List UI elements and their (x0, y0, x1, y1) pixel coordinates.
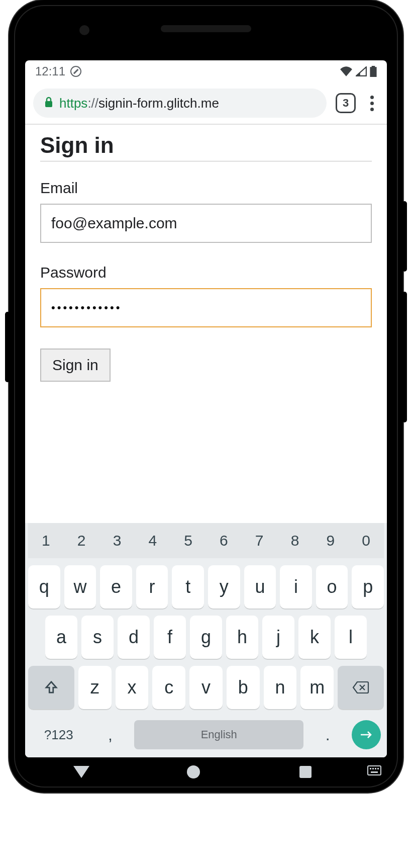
key-7[interactable]: 7 (242, 523, 277, 558)
password-label: Password (40, 264, 372, 281)
soft-keyboard: 1 2 3 4 5 6 7 8 9 0 q w e r t y u i o (25, 523, 387, 757)
overflow-menu-button[interactable] (365, 96, 379, 111)
url-scheme: https (59, 96, 87, 111)
key-p[interactable]: p (352, 565, 384, 609)
key-k[interactable]: k (298, 616, 331, 659)
svg-rect-3 (368, 766, 381, 775)
status-bar: 12:11 (25, 60, 387, 82)
phone-side-button (402, 201, 407, 272)
email-field[interactable] (40, 204, 372, 243)
wifi-icon (340, 66, 353, 76)
phone-side-button (5, 312, 10, 382)
address-bar[interactable]: https://signin-form.glitch.me (33, 89, 327, 118)
key-8[interactable]: 8 (277, 523, 313, 558)
status-time: 12:11 (35, 64, 65, 78)
comma-key[interactable]: , (91, 717, 130, 752)
key-l[interactable]: l (335, 616, 367, 659)
svg-rect-4 (370, 768, 371, 769)
tab-switcher-button[interactable]: 3 (336, 93, 356, 113)
key-j[interactable]: j (262, 616, 294, 659)
key-b[interactable]: b (227, 666, 260, 709)
nav-back-button[interactable] (73, 766, 89, 778)
key-f[interactable]: f (154, 616, 186, 659)
key-e[interactable]: e (100, 565, 132, 609)
key-d[interactable]: d (118, 616, 150, 659)
key-w[interactable]: w (64, 565, 96, 609)
battery-icon (370, 66, 377, 77)
key-h[interactable]: h (226, 616, 258, 659)
key-2[interactable]: 2 (64, 523, 99, 558)
key-u[interactable]: u (244, 565, 276, 609)
svg-rect-2 (45, 101, 52, 107)
do-not-disturb-icon (70, 66, 81, 77)
key-6[interactable]: 6 (206, 523, 242, 558)
key-i[interactable]: i (280, 565, 312, 609)
key-z[interactable]: z (78, 666, 112, 709)
cellular-icon (356, 66, 367, 76)
sign-in-button[interactable]: Sign in (40, 349, 111, 382)
url-separator: :// (87, 96, 98, 111)
key-9[interactable]: 9 (313, 523, 348, 558)
url-host: signin-form.glitch.me (98, 96, 219, 111)
nav-home-button[interactable] (187, 765, 200, 778)
svg-rect-7 (377, 768, 379, 769)
key-x[interactable]: x (116, 666, 149, 709)
page-title: Sign in (40, 133, 372, 161)
key-o[interactable]: o (316, 565, 348, 609)
key-n[interactable]: n (264, 666, 297, 709)
password-field[interactable]: •••••••••••• (40, 288, 372, 327)
shift-key[interactable] (28, 666, 74, 709)
key-t[interactable]: t (172, 565, 204, 609)
phone-camera (79, 25, 89, 35)
tab-count: 3 (343, 97, 349, 110)
key-g[interactable]: g (190, 616, 222, 659)
key-4[interactable]: 4 (135, 523, 170, 558)
page-content: Sign in Email Password •••••••••••• Sign… (25, 125, 387, 523)
backspace-key[interactable] (338, 666, 384, 709)
svg-rect-8 (371, 771, 378, 773)
key-0[interactable]: 0 (348, 523, 384, 558)
svg-rect-6 (375, 768, 376, 769)
phone-frame: 12:11 https: (9, 0, 403, 793)
screen: 12:11 https: (25, 60, 387, 757)
svg-rect-0 (370, 67, 376, 77)
phone-speaker (161, 25, 251, 32)
lock-icon (44, 96, 53, 111)
email-label: Email (40, 180, 372, 197)
key-s[interactable]: s (81, 616, 114, 659)
key-3[interactable]: 3 (99, 523, 135, 558)
enter-key[interactable] (352, 720, 381, 749)
period-key[interactable]: . (308, 717, 347, 752)
svg-rect-1 (372, 66, 375, 67)
phone-side-button (402, 292, 407, 422)
key-m[interactable]: m (300, 666, 334, 709)
space-key[interactable]: English (134, 720, 303, 749)
space-key-label: English (201, 728, 237, 741)
android-nav-bar (25, 758, 387, 786)
browser-toolbar: https://signin-form.glitch.me 3 (25, 82, 387, 125)
key-c[interactable]: c (152, 666, 185, 709)
key-q[interactable]: q (28, 565, 60, 609)
key-y[interactable]: y (208, 565, 240, 609)
key-1[interactable]: 1 (28, 523, 64, 558)
password-masked-value: •••••••••••• (51, 289, 361, 326)
key-v[interactable]: v (189, 666, 223, 709)
keyboard-number-row: 1 2 3 4 5 6 7 8 9 0 (28, 523, 384, 558)
key-5[interactable]: 5 (170, 523, 206, 558)
key-r[interactable]: r (136, 565, 168, 609)
svg-rect-5 (372, 768, 374, 769)
keyboard-switch-icon[interactable] (367, 765, 381, 778)
symbols-key[interactable]: ?123 (31, 717, 86, 752)
nav-recents-button[interactable] (299, 766, 312, 778)
key-a[interactable]: a (45, 616, 77, 659)
